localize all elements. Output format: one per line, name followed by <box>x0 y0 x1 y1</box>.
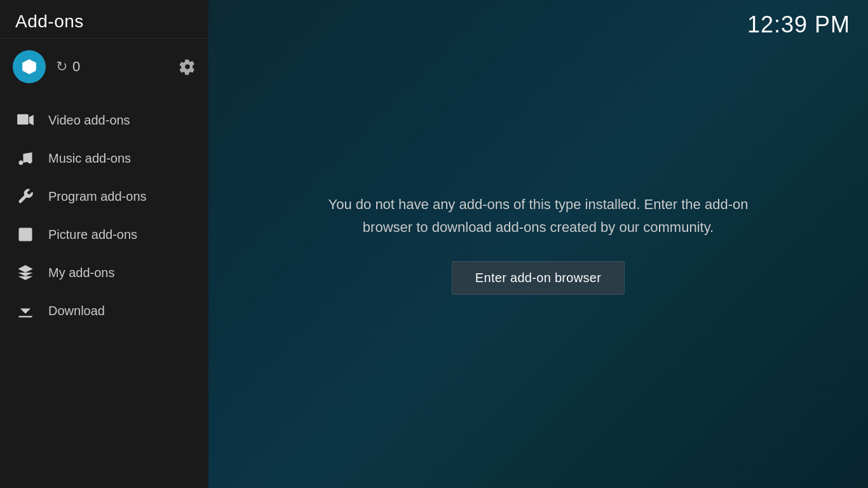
sidebar-label-program-addons: Program add-ons <box>48 189 147 204</box>
svg-point-5 <box>22 231 24 233</box>
sidebar-label-music-addons: Music add-ons <box>48 151 131 166</box>
sidebar: Add-ons ↻ 0 <box>0 0 208 488</box>
addon-browser-button[interactable] <box>13 50 46 83</box>
sidebar-header: Add-ons <box>0 0 208 39</box>
sidebar-label-picture-addons: Picture add-ons <box>48 227 137 242</box>
sidebar-label-download: Download <box>48 304 105 318</box>
svg-point-2 <box>19 161 24 165</box>
svg-point-3 <box>28 159 32 163</box>
sidebar-item-my-addons[interactable]: My add-ons <box>0 254 208 292</box>
sidebar-controls: ↻ 0 <box>0 39 208 95</box>
refresh-icon: ↻ <box>56 58 67 75</box>
content-area: You do not have any add-ons of this type… <box>208 0 868 488</box>
nav-list: Video add-ons Music add-ons Program add-… <box>0 101 208 488</box>
svg-rect-0 <box>17 114 28 125</box>
main-content: 12:39 PM You do not have any add-ons of … <box>208 0 868 488</box>
empty-message: You do not have any add-ons of this type… <box>316 193 761 238</box>
sidebar-item-picture-addons[interactable]: Picture add-ons <box>0 215 208 254</box>
sidebar-item-program-addons[interactable]: Program add-ons <box>0 177 208 215</box>
sidebar-item-music-addons[interactable]: Music add-ons <box>0 139 208 177</box>
sidebar-item-download[interactable]: Download <box>0 292 208 330</box>
addon-box-icon <box>20 58 38 76</box>
sidebar-label-my-addons: My add-ons <box>48 266 115 280</box>
sidebar-title: Add-ons <box>15 11 84 31</box>
time-display: 12:39 PM <box>747 11 850 38</box>
refresh-button[interactable]: ↻ 0 <box>56 58 80 75</box>
download-icon <box>15 301 36 321</box>
gear-icon <box>179 58 196 75</box>
settings-button[interactable] <box>179 58 196 75</box>
refresh-count: 0 <box>72 58 80 75</box>
program-icon <box>15 186 36 207</box>
svg-marker-1 <box>29 115 34 125</box>
music-icon <box>15 148 36 168</box>
picture-icon <box>15 224 36 245</box>
my-addons-icon <box>15 262 36 283</box>
sidebar-label-video-addons: Video add-ons <box>48 113 130 128</box>
sidebar-item-video-addons[interactable]: Video add-ons <box>0 101 208 139</box>
enter-browser-button[interactable]: Enter add-on browser <box>452 261 625 295</box>
video-icon <box>15 110 36 130</box>
